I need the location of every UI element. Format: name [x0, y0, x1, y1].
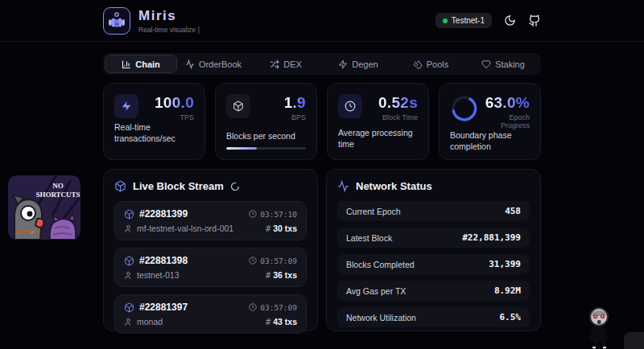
epoch-value: 63.0% — [479, 94, 530, 112]
heart-icon — [481, 60, 491, 69]
row-label: Current Epoch — [346, 207, 401, 216]
tab-orderbook[interactable]: OrderBook — [177, 55, 250, 73]
sticker-text-line2: SHORTCUTS — [35, 191, 80, 199]
network-badge-label: Testnet-1 — [452, 16, 485, 25]
block-validator: monad — [137, 317, 163, 326]
loader-icon — [230, 182, 240, 191]
block-time-unit: Block Time — [378, 113, 418, 121]
progress-ring — [450, 94, 479, 123]
network-status-row: Current Epoch 458 — [337, 201, 530, 221]
clock-icon — [249, 257, 257, 265]
tab-staking[interactable]: Staking — [467, 55, 539, 73]
corner-widget-fragment — [624, 332, 644, 349]
row-value: 31,399 — [489, 259, 521, 269]
user-icon — [124, 224, 133, 233]
app-header: Miris Real-time visualize | Testnet-1 — [0, 0, 644, 42]
hash-icon: # — [266, 224, 270, 233]
bar-chart-icon — [122, 60, 131, 69]
block-number: #22881399 — [139, 208, 188, 220]
block-txs: 36 txs — [273, 270, 297, 280]
moon-icon — [504, 14, 516, 27]
bps-value: 1.9 — [284, 94, 306, 112]
block-entry[interactable]: #22881399 03:57:10 — [114, 201, 307, 240]
stat-card-epoch: 63.0% Epoch Progress Boundary phase comp… — [439, 83, 541, 160]
epoch-caption: Boundary phase completion — [450, 129, 514, 152]
row-value: 6.5% — [500, 312, 522, 322]
activity-icon — [185, 60, 195, 69]
status-dot — [443, 18, 448, 23]
sticker-text-line1: NO — [52, 182, 64, 190]
hash-icon: # — [266, 317, 270, 326]
cube-icon — [226, 94, 250, 118]
stats-row: 100.0 TPS Real-time transactions/sec 1.9 — [103, 83, 541, 160]
tab-degen[interactable]: Degen — [322, 55, 394, 73]
row-value: #22,881,399 — [462, 232, 521, 243]
app-logo — [103, 7, 130, 35]
cube-icon — [124, 209, 134, 220]
page-title: Miris — [138, 8, 200, 24]
epoch-unit: Epoch Progress — [479, 113, 530, 129]
network-status-row: Network Utilization 6.5% — [337, 307, 530, 327]
user-icon — [124, 318, 133, 326]
clock-icon — [338, 94, 362, 118]
network-status-row: Avg Gas per TX 8.92M — [337, 281, 530, 301]
tab-chain-label: Chain — [135, 60, 160, 69]
tab-orderbook-label: OrderBook — [199, 60, 242, 69]
row-label: Blocks Completed — [346, 260, 415, 269]
page-subtitle: Real-time visualize | — [138, 26, 200, 34]
creature-logo-icon — [107, 11, 126, 31]
row-value: 458 — [505, 206, 521, 216]
block-time: 03:57:10 — [260, 210, 297, 219]
block-time-caption: Average processing time — [338, 127, 418, 150]
tab-degen-label: Degen — [352, 60, 378, 69]
tab-staking-label: Staking — [495, 60, 525, 69]
tab-chain[interactable]: Chain — [105, 55, 177, 73]
shuffle-icon — [270, 60, 279, 69]
bps-progress-track — [226, 147, 306, 150]
tab-pools[interactable]: Pools — [394, 55, 467, 73]
block-entry[interactable]: #22881397 03:57:09 — [114, 294, 307, 334]
no-shortcuts-sticker: NO SHORTCUTS — [8, 175, 80, 240]
tab-dex[interactable]: DEX — [250, 55, 322, 73]
network-status-panel: Network Status Current Epoch 458 Latest … — [326, 169, 541, 331]
character-illustration — [589, 308, 609, 348]
stat-card-block-time: 0.52s Block Time Average processing time — [327, 83, 429, 160]
network-status-row: Blocks Completed 31,399 — [337, 254, 530, 274]
zap-icon — [114, 94, 138, 118]
tps-value: 100.0 — [155, 94, 194, 112]
tab-pools-label: Pools — [427, 60, 449, 69]
activity-icon — [337, 180, 349, 192]
block-validator: testnet-013 — [137, 270, 180, 280]
cube-icon — [124, 256, 134, 266]
block-entry[interactable]: #22881398 03:57:09 — [114, 248, 307, 287]
block-txs: 30 txs — [273, 224, 297, 233]
row-label: Network Utilization — [346, 313, 416, 322]
live-block-stream-panel: Live Block Stream #22881399 — [103, 169, 318, 331]
tps-unit: TPS — [155, 113, 194, 121]
hash-icon: # — [266, 270, 270, 280]
tps-caption: Real-time transactions/sec — [114, 121, 194, 144]
theme-toggle-button[interactable] — [504, 14, 516, 27]
bps-progress-fill — [226, 147, 257, 150]
github-button[interactable] — [528, 14, 541, 27]
block-number: #22881398 — [139, 255, 188, 266]
block-txs: 43 txs — [273, 317, 297, 326]
clock-icon — [249, 210, 257, 218]
block-number: #22881397 — [139, 302, 188, 313]
stat-card-tps: 100.0 TPS Real-time transactions/sec — [103, 83, 205, 160]
bps-unit: BPS — [284, 113, 306, 121]
stat-card-bps: 1.9 BPS Blocks per second — [215, 83, 317, 160]
network-status-row: Latest Block #22,881,399 — [337, 228, 530, 248]
cube-icon — [124, 302, 134, 313]
cube-icon — [114, 180, 126, 192]
network-badge[interactable]: Testnet-1 — [436, 13, 492, 28]
droplets-icon — [413, 60, 423, 69]
github-icon — [528, 14, 541, 27]
pixel-character-sticker — [581, 306, 618, 349]
tab-bar: Chain OrderBook DEX Degen — [103, 53, 541, 75]
block-time: 03:57:09 — [260, 257, 297, 265]
block-time: 03:57:09 — [260, 303, 297, 312]
row-value: 8.92M — [494, 285, 521, 296]
block-time-value: 0.52s — [378, 94, 418, 112]
row-label: Avg Gas per TX — [346, 286, 406, 296]
